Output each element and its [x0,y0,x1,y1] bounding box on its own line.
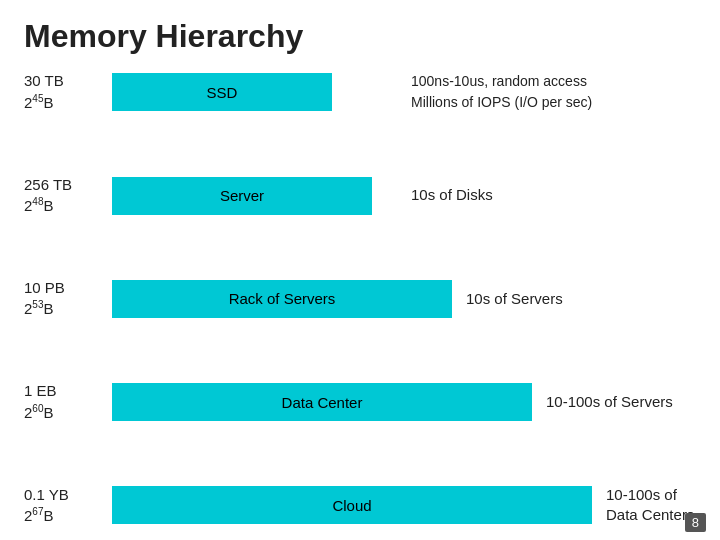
right-label-ssd: 100ns-10us, random access Millions of IO… [397,71,696,113]
bar-cloud: Cloud [112,486,592,524]
row-datacenter: 1 EB 260B Data Center 10-100s of Servers [24,381,696,423]
slide: Memory Hierarchy 30 TB 245B SSD 100ns-10… [0,0,720,540]
right-label-rack: 10s of Servers [452,289,696,309]
page-title: Memory Hierarchy [24,18,696,55]
right-label-datacenter: 10-100s of Servers [532,392,696,412]
right-label-server: 10s of Disks [397,185,696,205]
bar-wrapper-server: Server [112,177,397,215]
label-datacenter: 1 EB 260B [24,381,112,423]
label-rack: 10 PB 253B [24,278,112,320]
label-ssd: 30 TB 245B [24,71,112,113]
row-server: 256 TB 248B Server 10s of Disks [24,175,696,217]
bar-wrapper-rack: Rack of Servers [112,280,452,318]
bar-wrapper-ssd: SSD [112,73,397,111]
label-cloud: 0.1 YB 267B [24,485,112,527]
slide-number: 8 [685,513,706,532]
right-label-cloud: 10-100s of Data Centers [592,485,696,526]
bar-wrapper-datacenter: Data Center [112,383,532,421]
bar-ssd: SSD [112,73,332,111]
row-rack: 10 PB 253B Rack of Servers 10s of Server… [24,278,696,320]
bar-datacenter: Data Center [112,383,532,421]
bar-wrapper-cloud: Cloud [112,486,592,524]
content-area: 30 TB 245B SSD 100ns-10us, random access… [24,71,696,530]
bar-rack: Rack of Servers [112,280,452,318]
label-server: 256 TB 248B [24,175,112,217]
bar-server: Server [112,177,372,215]
row-cloud: 0.1 YB 267B Cloud 10-100s of Data Center… [24,485,696,527]
row-ssd: 30 TB 245B SSD 100ns-10us, random access… [24,71,696,113]
